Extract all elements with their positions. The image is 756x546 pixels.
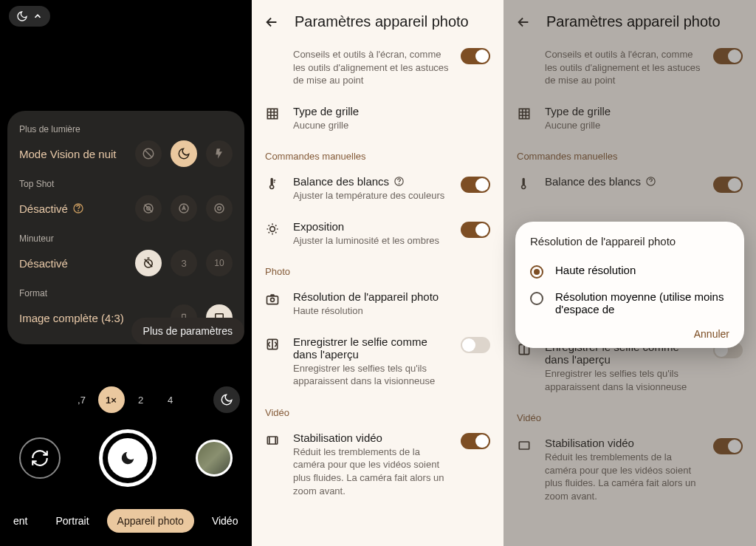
camera-icon bbox=[265, 292, 281, 307]
selfie-sub: Enregistrer les selfies tels qu'ils appa… bbox=[293, 362, 449, 388]
mirror-icon bbox=[265, 337, 281, 352]
timer-10-icon[interactable]: 10 bbox=[206, 250, 233, 276]
thermometer-icon bbox=[265, 177, 281, 191]
stab-sub: Réduit les tremblements de la caméra pou… bbox=[293, 446, 449, 497]
quick-settings-sheet: Plus de lumière Mode Vision de nuit Top … bbox=[7, 111, 244, 344]
svg-point-2 bbox=[78, 211, 79, 211]
stab-toggle[interactable] bbox=[461, 433, 490, 449]
section-video: Vidéo bbox=[252, 397, 504, 423]
night-icon bbox=[16, 10, 28, 22]
dialog-title: Résolution de l'appareil photo bbox=[530, 235, 729, 248]
topshot-on-icon[interactable] bbox=[206, 195, 233, 222]
section-manual: Commandes manuelles bbox=[252, 140, 504, 166]
light-label: Plus de lumière bbox=[19, 124, 233, 134]
timer-value: Désactivé bbox=[19, 257, 68, 270]
wb-sub: Ajuster la température des couleurs bbox=[293, 189, 449, 202]
more-settings-button[interactable]: Plus de paramètres bbox=[131, 318, 244, 344]
resolution-dialog: Résolution de l'appareil photo Haute rés… bbox=[515, 222, 744, 348]
stab-title[interactable]: Stabilisation vidéo bbox=[293, 431, 449, 444]
switch-camera-button[interactable] bbox=[19, 437, 61, 479]
timer-label: Minuteur bbox=[19, 233, 233, 244]
topshot-value: Désactivé bbox=[19, 202, 84, 215]
chevron-up-icon bbox=[32, 11, 43, 21]
zoom-2x[interactable]: 2 bbox=[128, 386, 154, 413]
mode-portrait[interactable]: Portrait bbox=[45, 509, 99, 533]
zoom-4x[interactable]: 4 bbox=[157, 386, 184, 413]
selfie-toggle[interactable] bbox=[461, 337, 490, 353]
svg-point-7 bbox=[218, 207, 221, 211]
svg-point-16 bbox=[271, 298, 275, 302]
tips-sub: Conseils et outils à l'écran, comme les … bbox=[293, 48, 449, 87]
grid-icon bbox=[265, 106, 281, 121]
timer-off-icon[interactable] bbox=[135, 250, 162, 276]
format-value: Image complète (4:3) bbox=[19, 312, 124, 324]
page-title: Paramètres appareil photo bbox=[295, 13, 469, 30]
shutter-button[interactable] bbox=[99, 429, 157, 487]
topshot-auto-icon[interactable] bbox=[171, 195, 197, 222]
zoom-0.7[interactable]: ,7 bbox=[69, 386, 95, 413]
mode-selector[interactable]: ent Portrait Appareil photo Vidéo Moo bbox=[0, 509, 252, 533]
topshot-off-icon[interactable] bbox=[135, 195, 162, 222]
topshot-label: Top Shot bbox=[19, 179, 233, 189]
night-indicator-icon[interactable] bbox=[213, 386, 240, 413]
cancel-button[interactable]: Annuler bbox=[694, 328, 729, 340]
exp-sub: Ajuster la luminosité et les ombres bbox=[293, 234, 449, 248]
selfie-title[interactable]: Enregistrer le selfie comme dans l'aperç… bbox=[293, 335, 449, 361]
option-medium[interactable]: Résolution moyenne (utilise moins d'espa… bbox=[530, 284, 729, 321]
tips-toggle[interactable] bbox=[461, 48, 490, 64]
grid-title[interactable]: Type de grille bbox=[293, 105, 490, 117]
timer-3-icon[interactable]: 3 bbox=[171, 250, 197, 276]
svg-point-14 bbox=[270, 226, 275, 231]
exposure-icon bbox=[265, 222, 281, 236]
exp-toggle[interactable] bbox=[461, 222, 490, 238]
svg-rect-11 bbox=[267, 109, 277, 118]
back-icon[interactable] bbox=[264, 14, 280, 30]
flash-off-icon[interactable] bbox=[135, 140, 162, 167]
exp-title[interactable]: Exposition bbox=[293, 220, 449, 233]
light-value: Mode Vision de nuit bbox=[19, 148, 116, 160]
wb-title[interactable]: Balance des blancs bbox=[293, 175, 449, 188]
zoom-1x[interactable]: 1× bbox=[98, 386, 125, 413]
svg-point-6 bbox=[215, 204, 224, 213]
res-title[interactable]: Résolution de l'appareil photo bbox=[293, 290, 490, 303]
grid-sub: Aucune grille bbox=[293, 119, 490, 132]
radio-selected-icon bbox=[530, 265, 543, 279]
wb-toggle[interactable] bbox=[461, 177, 490, 193]
stabilization-icon bbox=[265, 433, 281, 448]
flash-on-icon[interactable] bbox=[206, 140, 233, 167]
option-high[interactable]: Haute résolution bbox=[530, 258, 729, 284]
res-sub: Haute résolution bbox=[293, 304, 490, 318]
mode-video[interactable]: Vidéo bbox=[202, 509, 249, 533]
svg-rect-15 bbox=[267, 296, 278, 304]
mode-prev-cut[interactable]: ent bbox=[3, 509, 38, 533]
gallery-thumbnail[interactable] bbox=[196, 440, 233, 477]
quick-toggle-pill[interactable] bbox=[9, 6, 50, 27]
mode-camera[interactable]: Appareil photo bbox=[107, 509, 194, 533]
radio-unselected-icon bbox=[530, 292, 543, 305]
help-icon[interactable] bbox=[394, 176, 405, 187]
svg-point-13 bbox=[399, 184, 399, 185]
section-photo: Photo bbox=[252, 256, 504, 281]
night-auto-icon[interactable] bbox=[171, 140, 197, 167]
format-label: Format bbox=[19, 288, 233, 298]
zoom-selector[interactable]: ,7 1× 2 4 bbox=[69, 386, 184, 413]
